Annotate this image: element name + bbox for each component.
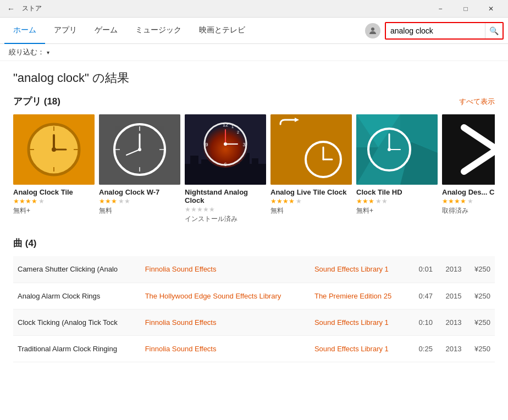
app-card-5[interactable]: Clock Tile HD ★★★★★ 無料+ — [356, 114, 438, 224]
apps-section-title: アプリ (18) — [13, 95, 60, 108]
song-year-2: 2015 — [437, 283, 466, 309]
song-artist-3[interactable]: Finnolia Sound Effects — [141, 309, 310, 335]
svg-text:12: 12 — [223, 122, 228, 128]
close-button[interactable]: ✕ — [478, 0, 504, 18]
user-icon[interactable] — [365, 23, 380, 38]
app-name-2: Analog Clock W-7 — [99, 188, 180, 196]
song-artist-1[interactable]: Finnolia Sound Effects — [141, 256, 310, 283]
songs-table: Camera Shutter Clicking (Analo Finnolia … — [13, 256, 495, 362]
search-area: 🔍 — [365, 22, 504, 40]
nav-tab-home[interactable]: ホーム — [4, 18, 45, 44]
song-year-4: 2013 — [437, 335, 466, 362]
song-album-4[interactable]: Sound Effects Library 1 — [310, 335, 411, 362]
svg-text:6: 6 — [224, 162, 227, 167]
song-price-1: ¥250 — [466, 256, 495, 283]
minimize-button[interactable]: − — [428, 0, 453, 18]
song-album-1[interactable]: Sound Effects Library 1 — [310, 256, 411, 283]
app-rating-6: ★★★★★ — [442, 197, 495, 205]
window-controls: − □ ✕ — [428, 0, 504, 18]
titlebar: ← ストア − □ ✕ — [0, 0, 508, 18]
song-name-1: Camera Shutter Clicking (Analo — [13, 256, 141, 283]
svg-point-36 — [224, 142, 227, 146]
apps-row: Analog Clock Tile ★★★★★ 無料+ — [13, 114, 495, 224]
heading-suffix: の結果 — [89, 71, 129, 85]
app-price-2: 無料 — [99, 206, 180, 215]
nav-tab-music[interactable]: ミュージック — [126, 18, 190, 44]
app-card-4[interactable]: Analog Live Tile Clock ★★★★★ 無料 — [270, 114, 352, 224]
window-title: ストア — [22, 4, 42, 13]
song-album-3[interactable]: Sound Effects Library 1 — [310, 309, 411, 335]
app-status-6: 取得済み — [442, 206, 495, 215]
app-card-2[interactable]: Analog Clock W-7 ★★★★★ 無料 — [99, 114, 180, 224]
app-rating-3: ★★★★★ — [185, 206, 266, 213]
app-card-1[interactable]: Analog Clock Tile ★★★★★ 無料+ — [13, 114, 95, 224]
app-rating-5: ★★★★★ — [356, 197, 438, 205]
app-status-3: インストール済み — [185, 214, 266, 224]
svg-point-18 — [138, 148, 141, 151]
nav-tab-games[interactable]: ゲーム — [86, 18, 126, 44]
app-price-1: 無料+ — [13, 206, 95, 215]
app-thumb-3: 12 3 6 9 1 2 — [185, 114, 266, 185]
song-year-1: 2013 — [437, 256, 466, 283]
app-price-4: 無料 — [270, 206, 352, 215]
svg-rect-22 — [201, 159, 212, 185]
search-button[interactable]: 🔍 — [485, 22, 503, 40]
svg-text:2: 2 — [237, 130, 240, 135]
song-row-3[interactable]: Clock Ticking (Analog Tick Tock Finnolia… — [13, 309, 495, 335]
back-button[interactable]: ← — [4, 2, 18, 15]
songs-section-title: 曲 (4) — [13, 237, 37, 250]
app-thumb-6 — [442, 114, 495, 185]
song-name-2: Analog Alarm Clock Rings — [13, 283, 141, 309]
nav-tab-movies[interactable]: 映画とテレビ — [190, 18, 254, 44]
songs-section-header: 曲 (4) — [13, 237, 495, 250]
svg-rect-21 — [190, 156, 198, 185]
song-name-4: Traditional Alarm Clock Ringing — [13, 335, 141, 362]
svg-rect-24 — [252, 158, 258, 185]
song-duration-3: 0:10 — [411, 309, 437, 335]
heading-prefix: "analog clock" — [13, 71, 89, 85]
app-thumb-4 — [270, 114, 352, 185]
app-name-3: Nightstand Analog Clock — [185, 188, 266, 205]
filter-bar: 絞り込む： ▾ — [0, 44, 508, 61]
songs-section: 曲 (4) Camera Shutter Clicking (Analo Fin… — [13, 237, 495, 362]
app-name-6: Analog Des... Clock — [442, 188, 495, 196]
song-album-2[interactable]: The Premiere Edition 25 — [310, 283, 411, 309]
search-box: 🔍 — [385, 22, 504, 40]
app-thumb-2 — [99, 114, 180, 185]
app-thumb-5 — [356, 114, 438, 185]
app-rating-2: ★★★★★ — [99, 197, 180, 205]
app-name-5: Clock Tile HD — [356, 188, 438, 196]
song-duration-4: 0:25 — [411, 335, 437, 362]
app-name-4: Analog Live Tile Clock — [270, 188, 352, 196]
app-rating-1: ★★★★★ — [13, 197, 95, 205]
apps-section-header: アプリ (18) すべて表示 — [13, 95, 495, 108]
svg-point-9 — [52, 147, 56, 152]
svg-text:3: 3 — [242, 142, 245, 147]
search-input[interactable] — [386, 23, 485, 38]
app-name-1: Analog Clock Tile — [13, 188, 95, 196]
app-card-3[interactable]: 12 3 6 9 1 2 Nightstand Analog Clock ★★★… — [185, 114, 266, 224]
song-artist-4[interactable]: Finnolia Sound Effects — [141, 335, 310, 362]
app-price-5: 無料+ — [356, 206, 438, 215]
svg-point-0 — [371, 27, 374, 31]
app-card-6[interactable]: Analog Des... Clock ★★★★★ 取得済み — [442, 114, 495, 224]
song-row-1[interactable]: Camera Shutter Clicking (Analo Finnolia … — [13, 256, 495, 283]
song-row-4[interactable]: Traditional Alarm Clock Ringing Finnolia… — [13, 335, 495, 362]
song-row-2[interactable]: Analog Alarm Clock Rings The Hollywood E… — [13, 283, 495, 309]
app-window: ← ストア − □ ✕ ホーム アプリ ゲーム ミュージック 映画とテレビ 🔍 … — [0, 0, 508, 420]
app-thumb-1 — [13, 114, 95, 185]
chevron-down-icon[interactable]: ▾ — [47, 49, 49, 56]
navbar: ホーム アプリ ゲーム ミュージック 映画とテレビ 🔍 — [0, 18, 508, 44]
maximize-button[interactable]: □ — [453, 0, 478, 18]
nav-tab-apps[interactable]: アプリ — [45, 18, 86, 44]
svg-rect-37 — [270, 114, 352, 185]
svg-text:9: 9 — [205, 142, 208, 147]
song-duration-1: 0:01 — [411, 256, 437, 283]
song-price-4: ¥250 — [466, 335, 495, 362]
song-duration-2: 0:47 — [411, 283, 437, 309]
song-year-3: 2013 — [437, 309, 466, 335]
see-all-link[interactable]: すべて表示 — [459, 97, 495, 107]
song-name-3: Clock Ticking (Analog Tick Tock — [13, 309, 141, 335]
song-artist-2[interactable]: The Hollywood Edge Sound Effects Library — [141, 283, 310, 309]
main-content: "analog clock" の結果 アプリ (18) すべて表示 — [0, 61, 508, 420]
